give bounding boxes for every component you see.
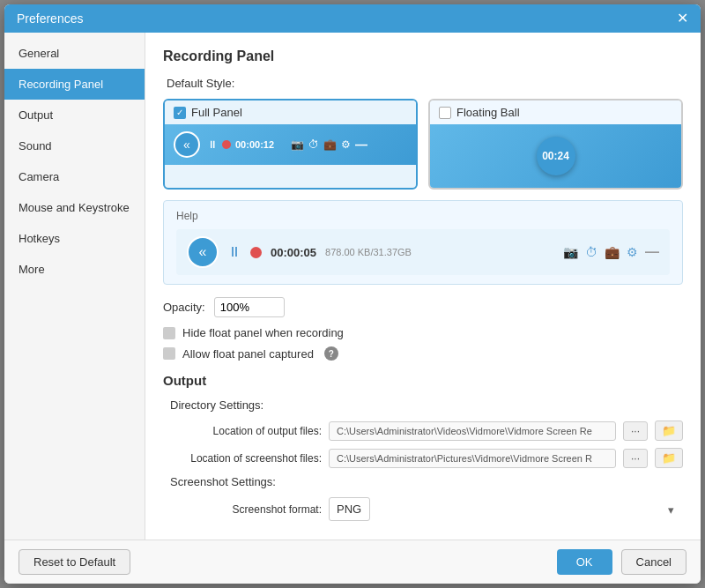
pause-icon-large: ⏸ (227, 244, 241, 260)
close-button[interactable]: ✕ (677, 11, 688, 26)
briefcase-icon-large: 💼 (605, 245, 620, 259)
allow-float-label: Allow float panel captured (182, 347, 314, 361)
preview-controls: ⏸ 00:00:12 (207, 138, 284, 151)
clock-icon-small: ⏱ (308, 138, 319, 151)
sidebar-item-more[interactable]: More (4, 254, 145, 285)
reset-button[interactable]: Reset to Default (19, 549, 130, 575)
title-bar: Preferences ✕ (4, 4, 701, 33)
floating-ball-checkbox[interactable] (439, 107, 451, 119)
default-style-label: Default Style: (167, 77, 683, 90)
sidebar-item-sound[interactable]: Sound (4, 130, 145, 161)
floating-ball-time: 00:24 (542, 150, 569, 162)
floating-ball-preview: 00:24 (430, 124, 681, 188)
opacity-input[interactable] (214, 297, 285, 317)
output-files-label: Location of output files: (163, 425, 322, 437)
full-panel-label: Full Panel (191, 106, 242, 119)
format-row: Screenshot format: PNG JPG BMP GIF (163, 497, 683, 521)
output-files-value: C:\Users\Administrator\Videos\Vidmore\Vi… (329, 421, 616, 441)
sidebar-item-general[interactable]: General (4, 38, 145, 69)
gear-icon-small: ⚙ (341, 138, 351, 151)
ok-button[interactable]: OK (557, 549, 612, 575)
section-divider: Output (163, 373, 683, 388)
output-files-folder-button[interactable]: 📁 (655, 421, 683, 441)
directory-settings-title: Directory Settings: (170, 398, 683, 412)
dialog-title: Preferences (17, 11, 83, 26)
footer-right: OK Cancel (557, 549, 686, 575)
screenshot-files-label: Location of screenshot files: (163, 452, 322, 465)
gear-icon-large: ⚙ (627, 245, 638, 259)
timer-large: 00:00:05 (271, 246, 316, 259)
format-select[interactable]: PNG JPG BMP GIF (329, 497, 370, 521)
screenshot-files-row: Location of screenshot files: C:\Users\A… (163, 448, 683, 468)
camera-icon-large: 📷 (563, 245, 578, 259)
output-section-title: Output (163, 373, 683, 388)
screenshot-settings-title: Screenshot Settings: (170, 475, 683, 488)
sidebar-item-recording-panel[interactable]: Recording Panel (4, 69, 145, 100)
floating-ball-widget: 00:24 (537, 137, 575, 175)
help-label: Help (176, 210, 670, 222)
hide-float-label: Hide float panel when recording (182, 326, 344, 339)
format-label: Screenshot format: (163, 503, 322, 516)
main-content: Recording Panel Default Style: Full Pane… (145, 33, 701, 540)
camera-icon-small: 📷 (291, 138, 304, 151)
sidebar-item-mouse-keystroke[interactable]: Mouse and Keystroke (4, 192, 145, 223)
output-files-dots-button[interactable]: ··· (623, 421, 648, 441)
format-select-wrapper: PNG JPG BMP GIF (329, 497, 683, 521)
minus-icon-large: — (645, 244, 659, 260)
full-panel-option[interactable]: Full Panel « ⏸ 00:00:12 📷 ⏱ 💼 (163, 99, 418, 190)
hide-float-checkbox[interactable] (163, 327, 175, 339)
minus-icon-small: — (355, 138, 367, 152)
full-panel-checkbox[interactable] (174, 107, 186, 119)
full-panel-header: Full Panel (165, 100, 416, 124)
recording-panel-title: Recording Panel (163, 48, 683, 64)
sidebar-item-camera[interactable]: Camera (4, 161, 145, 192)
dialog-body: General Recording Panel Output Sound Cam… (4, 33, 701, 540)
screenshot-files-dots-button[interactable]: ··· (623, 449, 648, 468)
allow-float-row: Allow float panel captured ? (163, 346, 683, 361)
help-preview-bar: « ⏸ 00:00:05 878.00 KB/31.37GB 📷 ⏱ 💼 ⚙ — (176, 229, 670, 275)
help-section: Help « ⏸ 00:00:05 878.00 KB/31.37GB 📷 ⏱ … (163, 200, 683, 285)
briefcase-icon-small: 💼 (323, 138, 337, 151)
cancel-button[interactable]: Cancel (621, 549, 686, 575)
floating-ball-label: Floating Ball (456, 106, 520, 119)
back-button-large[interactable]: « (187, 236, 219, 268)
screenshot-files-folder-button[interactable]: 📁 (655, 448, 683, 468)
back-button-small[interactable]: « (174, 131, 200, 158)
full-panel-preview: « ⏸ 00:00:12 📷 ⏱ 💼 ⚙ — (165, 124, 416, 165)
sidebar: General Recording Panel Output Sound Cam… (4, 33, 145, 540)
sidebar-item-hotkeys[interactable]: Hotkeys (4, 223, 145, 254)
opacity-label: Opacity: (163, 301, 205, 314)
stop-icon-small (222, 140, 231, 149)
stop-icon-large (250, 247, 262, 258)
opacity-row: Opacity: (163, 297, 683, 317)
floating-ball-option[interactable]: Floating Ball 00:24 (428, 99, 683, 190)
allow-float-checkbox[interactable] (163, 347, 175, 360)
clock-icon-large: ⏱ (585, 245, 597, 259)
timer-small: 00:00:12 (235, 139, 284, 150)
output-files-row: Location of output files: C:\Users\Admin… (163, 421, 683, 441)
preferences-dialog: Preferences ✕ General Recording Panel Ou… (4, 4, 701, 584)
help-tooltip-icon: ? (324, 346, 338, 361)
floating-ball-header: Floating Ball (430, 100, 681, 124)
help-control-icons: 📷 ⏱ 💼 ⚙ — (563, 244, 659, 260)
sidebar-item-output[interactable]: Output (4, 100, 145, 130)
screenshot-files-value: C:\Users\Administrator\Pictures\Vidmore\… (329, 449, 616, 468)
dialog-footer: Reset to Default OK Cancel (4, 540, 701, 584)
pause-icon-small: ⏸ (207, 138, 218, 151)
control-icons-small: 📷 ⏱ 💼 ⚙ — (291, 138, 367, 152)
panel-options: Full Panel « ⏸ 00:00:12 📷 ⏱ 💼 (163, 99, 683, 190)
size-display: 878.00 KB/31.37GB (325, 247, 412, 257)
hide-float-row: Hide float panel when recording (163, 326, 683, 339)
